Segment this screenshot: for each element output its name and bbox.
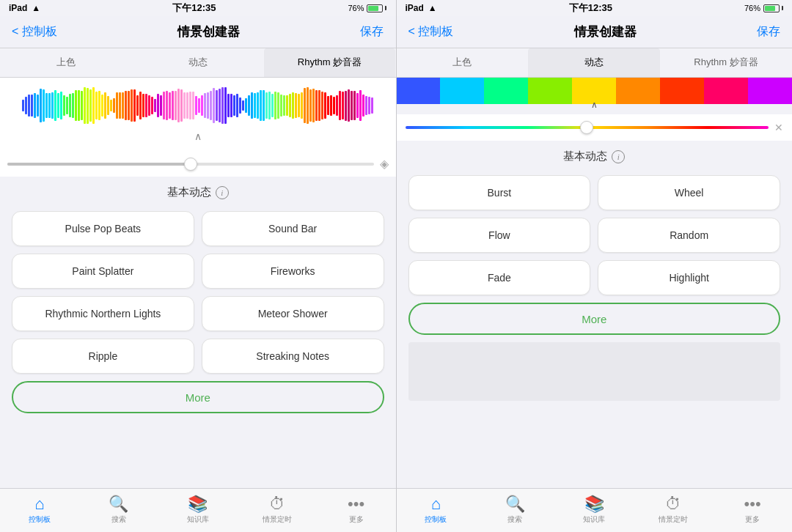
right-bottom-tab-timer[interactable]: ⏱ 情景定时 [634,489,713,532]
left-btn-sound-bar[interactable]: Sound Bar [202,211,384,246]
right-tab-rhythm[interactable]: Rhythm 妙音器 [660,48,792,77]
left-bottom-tab-more[interactable]: ••• 更多 [317,489,396,532]
left-panel: iPad ▲ 下午12:35 76% < 控制板 情景创建器 保存 [0,0,396,532]
left-waveform-area: ∧ [0,78,396,151]
right-btn-fade[interactable]: Fade [408,260,591,295]
right-btn-burst[interactable]: Burst [408,175,591,210]
left-search-icon: 🔍 [109,496,128,512]
right-knowledge-icon: 📚 [584,496,604,512]
right-btn-random[interactable]: Random [598,218,780,253]
left-bottom-tab-timer[interactable]: ⏱ 情景定时 [238,489,317,532]
left-btn-streaking-notes[interactable]: Streaking Notes [202,339,384,374]
right-battery-label: 76% [744,4,760,12]
left-btn-rhythmic-northern-lights[interactable]: Rhythmic Northern Lights [12,296,194,331]
right-tab-bar: 上色 动态 Rhythm 妙音器 [397,48,793,78]
left-save-button[interactable]: 保存 [360,24,384,40]
left-back-button[interactable]: < 控制板 [12,24,57,40]
left-collapse-button[interactable]: ∧ [7,128,389,145]
right-buttons-grid: Burst Wheel Flow Random Fade Highlight [408,175,781,295]
left-battery-icon [367,4,386,12]
left-buttons-grid: Pulse Pop Beats Sound Bar Paint Splatter… [12,211,384,374]
left-btn-ripple[interactable]: Ripple [12,339,194,374]
right-time: 下午12:35 [569,1,612,15]
left-tab-rhythm[interactable]: Rhythm 妙音器 [264,48,396,77]
right-search-icon: 🔍 [505,496,525,512]
right-bottom-tab-control[interactable]: ⌂ 控制板 [397,489,476,532]
left-more-icon: ••• [348,496,364,512]
right-info-icon[interactable]: i [612,150,625,163]
right-color-slider-row: ✕ [397,114,793,141]
color-segment[interactable] [397,78,441,104]
right-content-area: 基本动态 i Burst Wheel Flow Random Fade [397,141,793,488]
right-device-label: iPad [406,3,424,13]
left-battery-label: 76% [348,4,364,12]
right-btn-highlight[interactable]: Highlight [598,260,780,295]
right-btn-flow[interactable]: Flow [408,218,591,253]
left-slider-track[interactable] [7,163,374,166]
color-segment[interactable] [748,78,792,104]
left-more-button[interactable]: More [12,381,384,413]
color-segment[interactable] [616,78,660,104]
left-status-bar: iPad ▲ 下午12:35 76% [0,0,396,16]
right-section-title: 基本动态 i [408,149,781,163]
right-tab-motion[interactable]: 动态 [528,48,660,77]
left-nav-bar: < 控制板 情景创建器 保存 [0,16,396,48]
right-bottom-tab-knowledge[interactable]: 📚 知识库 [554,489,634,532]
left-time: 下午12:35 [172,1,216,15]
left-btn-meteor-shower[interactable]: Meteor Shower [202,296,384,331]
left-waveform-canvas [7,84,389,128]
left-btn-pulse-pop-beats[interactable]: Pulse Pop Beats [12,211,194,246]
color-segment[interactable] [484,78,528,104]
left-tab-color[interactable]: 上色 [0,48,132,77]
right-slider-track[interactable] [406,126,769,129]
color-segment[interactable] [660,78,704,104]
right-extra-space [408,342,781,401]
right-nav-title: 情景创建器 [574,23,637,40]
left-knowledge-icon: 📚 [188,496,208,512]
right-bottom-tab-bar: ⌂ 控制板 🔍 搜索 📚 知识库 ⏱ 情景定时 ••• 更多 [397,488,793,532]
right-slider-clear-icon: ✕ [774,122,783,133]
left-content-area: 基本动态 i Pulse Pop Beats Sound Bar Paint S… [0,177,396,488]
left-bottom-tab-knowledge[interactable]: 📚 知识库 [158,489,238,532]
color-segment[interactable] [704,78,748,104]
right-bottom-tab-search[interactable]: 🔍 搜索 [475,489,554,532]
right-btn-wheel[interactable]: Wheel [598,175,780,210]
left-device-label: iPad [9,3,27,13]
right-more-dots-icon: ••• [744,496,761,512]
left-tab-motion[interactable]: 动态 [132,48,264,77]
right-more-button[interactable]: More [408,303,781,335]
right-battery-icon [763,4,783,12]
right-panel: iPad ▲ 下午12:35 76% < 控制板 情景创建器 保存 [397,0,793,532]
right-timer-icon: ⏱ [665,496,681,512]
left-slider-icon: ◈ [380,157,389,171]
color-segment[interactable] [528,78,572,104]
right-tab-color[interactable]: 上色 [397,48,529,77]
left-tab-bar: 上色 动态 Rhythm 妙音器 [0,48,396,78]
right-home-icon: ⌂ [431,496,441,512]
left-nav-title: 情景创建器 [177,23,240,40]
left-slider-row: ◈ [0,151,396,177]
color-bar-caret: ∧ [591,100,598,110]
right-bottom-tab-more[interactable]: ••• 更多 [713,489,792,532]
left-btn-fireworks[interactable]: Fireworks [202,254,384,289]
left-wifi-icon: ▲ [32,3,40,13]
left-home-icon: ⌂ [34,496,44,512]
left-bottom-tab-search[interactable]: 🔍 搜索 [79,489,158,532]
right-status-bar: iPad ▲ 下午12:35 76% [397,0,793,16]
left-bottom-tab-control[interactable]: ⌂ 控制板 [0,489,79,532]
left-timer-icon: ⏱ [269,496,285,512]
left-section-title: 基本动态 i [12,185,384,199]
right-color-bar: ∧ [397,78,793,114]
right-save-button[interactable]: 保存 [757,24,780,40]
color-segment[interactable] [440,78,484,104]
right-back-button[interactable]: < 控制板 [408,24,454,40]
left-bottom-tab-bar: ⌂ 控制板 🔍 搜索 📚 知识库 ⏱ 情景定时 ••• 更多 [0,488,396,532]
left-info-icon[interactable]: i [216,186,229,199]
left-btn-paint-splatter[interactable]: Paint Splatter [12,254,194,289]
right-nav-bar: < 控制板 情景创建器 保存 [397,16,793,48]
right-wifi-icon: ▲ [428,3,437,13]
